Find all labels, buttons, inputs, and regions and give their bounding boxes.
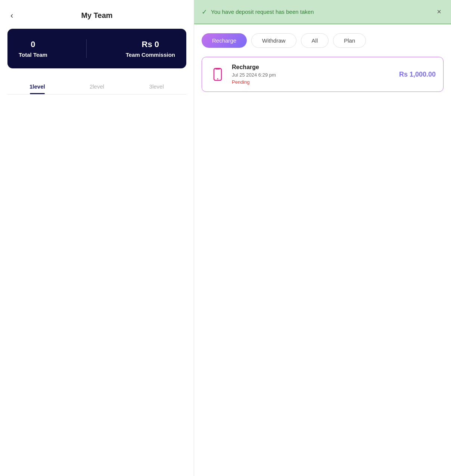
transaction-amount: Rs 1,000.00 [399, 71, 436, 78]
toast-close-button[interactable]: × [435, 7, 444, 17]
commission-stat: Rs 0 Team Commission [126, 40, 175, 58]
commission-label: Team Commission [126, 52, 175, 58]
filter-tab-recharge[interactable]: Recharge [202, 33, 247, 48]
transaction-status: Pending [232, 79, 393, 85]
toast-message: You have deposit request has been taken [211, 9, 314, 15]
transaction-card: Recharge Jul 25 2024 6:29 pm Pending Rs … [202, 57, 444, 92]
level-tabs: 1level 2level 3level [7, 80, 186, 95]
tab-2level[interactable]: 2level [67, 80, 127, 94]
filter-tab-all[interactable]: All [301, 33, 329, 48]
page-title: My Team [81, 11, 112, 20]
toast-banner: ✓ You have deposit request has been take… [194, 0, 451, 24]
team-card: 0 Total Team Rs 0 Team Commission [7, 29, 186, 68]
right-panel: ✓ You have deposit request has been take… [194, 0, 451, 476]
total-team-stat: 0 Total Team [19, 40, 47, 58]
svg-point-2 [217, 78, 218, 80]
left-header: ‹ My Team [7, 7, 186, 20]
transaction-date: Jul 25 2024 6:29 pm [232, 72, 393, 78]
card-divider [86, 39, 87, 58]
filter-tabs: Recharge Withdraw All Plan [202, 33, 444, 48]
transaction-title: Recharge [232, 64, 393, 71]
total-team-label: Total Team [19, 52, 47, 58]
svg-rect-1 [215, 68, 220, 69]
filter-tab-plan[interactable]: Plan [333, 33, 366, 48]
phone-icon [209, 66, 226, 83]
right-content: Recharge Withdraw All Plan Recharge Jul … [194, 24, 451, 476]
filter-tab-withdraw[interactable]: Withdraw [251, 33, 296, 48]
tab-3level[interactable]: 3level [127, 80, 186, 94]
back-button[interactable]: ‹ [7, 9, 16, 22]
total-team-value: 0 [31, 40, 35, 49]
tab-1level[interactable]: 1level [7, 80, 67, 94]
toast-content: ✓ You have deposit request has been take… [202, 8, 314, 16]
transaction-info: Recharge Jul 25 2024 6:29 pm Pending [232, 64, 393, 85]
commission-value: Rs 0 [142, 40, 159, 49]
check-icon: ✓ [202, 8, 207, 16]
left-panel: ‹ My Team 0 Total Team Rs 0 Team Commiss… [0, 0, 194, 476]
